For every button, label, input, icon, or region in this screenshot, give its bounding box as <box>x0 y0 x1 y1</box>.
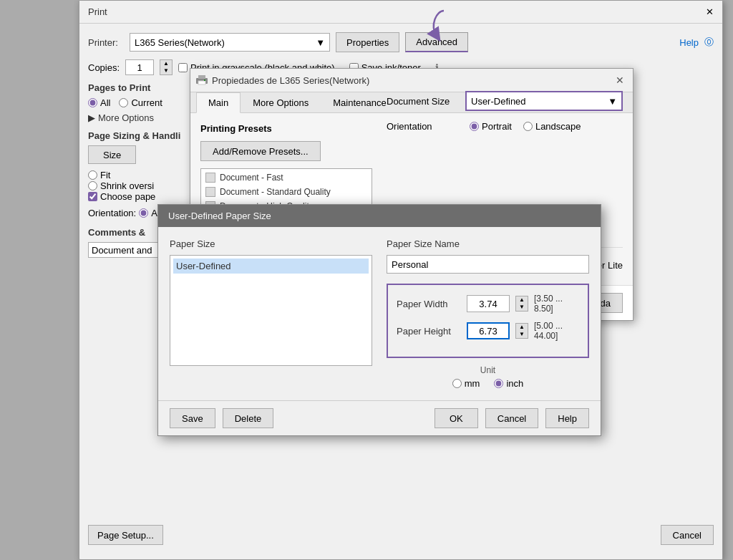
orient-auto-radio[interactable] <box>139 208 148 218</box>
paper-width-range: [3.50 ... 8.50] <box>534 294 579 314</box>
printer-props-titlebar: Propiedades de L365 Series(Network) ✕ <box>190 69 633 92</box>
current-radio-label[interactable]: Current <box>119 97 162 108</box>
print-dialog-close-icon[interactable]: ✕ <box>706 6 714 17</box>
width-up-button[interactable]: ▲ <box>516 296 528 304</box>
paper-size-dialog: User-Defined Paper Size Paper Size User-… <box>157 204 601 436</box>
copies-input[interactable] <box>125 59 154 75</box>
paper-size-titlebar: User-Defined Paper Size <box>158 205 601 227</box>
page-setup-button[interactable]: Page Setup... <box>88 525 163 545</box>
width-down-button[interactable]: ▼ <box>516 304 528 311</box>
all-radio-label[interactable]: All <box>88 97 110 108</box>
current-radio[interactable] <box>119 98 128 107</box>
copies-up[interactable]: ▲ <box>160 60 172 67</box>
choose-checkbox[interactable] <box>88 192 97 201</box>
tab-more-options[interactable]: More Options <box>241 92 321 113</box>
document-size-select[interactable]: User-Defined ▼ <box>465 91 623 111</box>
fit-radio[interactable] <box>88 170 97 180</box>
help-link[interactable]: Help <box>679 37 699 48</box>
paper-size-right-panel: Paper Size Name Paper Width ▲ ▼ [3.50 ..… <box>387 238 589 389</box>
copies-label: Copies: <box>88 62 120 73</box>
paper-size-title: User-Defined Paper Size <box>168 211 271 221</box>
portrait-radio[interactable] <box>470 122 479 131</box>
tab-main[interactable]: Main <box>196 92 241 113</box>
print-dialog-titlebar: Print ✕ <box>79 1 722 24</box>
paper-size-body: Paper Size User-Defined Paper Size Name … <box>158 227 601 400</box>
preset-icon-fast <box>205 173 215 183</box>
portrait-label: Portrait <box>482 121 512 132</box>
portrait-radio-label[interactable]: Portrait <box>470 121 512 132</box>
current-label: Current <box>131 97 162 108</box>
paper-width-spinner[interactable]: ▲ ▼ <box>515 296 528 312</box>
copies-down[interactable]: ▼ <box>160 67 172 74</box>
inch-radio-label[interactable]: inch <box>494 378 523 389</box>
all-label: All <box>100 97 110 108</box>
paper-height-range: [5.00 ... 44.00] <box>534 321 579 341</box>
printer-props-title: Propiedades de L365 Series(Network) <box>212 75 369 86</box>
paper-height-spinner[interactable]: ▲ ▼ <box>515 323 528 339</box>
unit-row: mm inch <box>387 378 589 389</box>
ok-button[interactable]: OK <box>435 408 478 428</box>
svg-rect-2 <box>198 81 205 85</box>
dimensions-box: Paper Width ▲ ▼ [3.50 ... 8.50] Paper He… <box>387 284 589 358</box>
paper-height-label: Paper Height <box>397 326 461 337</box>
delete-button[interactable]: Delete <box>223 408 274 428</box>
preset-item-standard[interactable]: Document - Standard Quality <box>203 185 370 199</box>
unit-section: Unit mm inch <box>387 365 589 389</box>
printer-row: Printer: L365 Series(Network) ▼ Properti… <box>88 32 714 52</box>
tab-maintenance[interactable]: Maintenance <box>321 92 398 113</box>
paper-width-row: Paper Width ▲ ▼ [3.50 ... 8.50] <box>397 294 579 314</box>
cancel-button[interactable]: Cancel <box>485 408 538 428</box>
height-up-button[interactable]: ▲ <box>516 324 528 331</box>
height-down-button[interactable]: ▼ <box>516 331 528 338</box>
doc-size-row: Document Size User-Defined ▼ <box>387 91 623 111</box>
paper-size-name-input[interactable] <box>387 255 589 274</box>
printer-props-close-button[interactable]: ✕ <box>613 73 627 87</box>
paper-width-input[interactable] <box>467 295 510 312</box>
paper-size-section-label: Paper Size <box>170 238 372 249</box>
paper-height-row: Paper Height ▲ ▼ [5.00 ... 44.00] <box>397 321 579 341</box>
mm-label: mm <box>465 378 480 389</box>
paper-size-name-section-label: Paper Size Name <box>387 238 589 249</box>
orientation-label: Orientation: <box>88 208 136 218</box>
paper-height-input[interactable] <box>467 322 510 339</box>
paper-width-label: Paper Width <box>397 299 461 309</box>
more-options-label: More Options <box>98 112 154 123</box>
svg-point-3 <box>204 79 205 81</box>
help-button[interactable]: Help <box>545 408 589 428</box>
svg-rect-1 <box>198 75 205 79</box>
print-dialog-title: Print <box>88 6 107 17</box>
shrink-radio[interactable] <box>88 181 97 190</box>
mm-radio[interactable] <box>452 379 462 388</box>
all-radio[interactable] <box>88 98 97 107</box>
landscape-label: Landscape <box>535 121 581 132</box>
properties-button[interactable]: Properties <box>336 32 399 52</box>
presets-right-panel: Document Size User-Defined ▼ Orientation… <box>387 91 623 132</box>
save-button[interactable]: Save <box>170 408 215 428</box>
add-remove-presets-button[interactable]: Add/Remove Presets... <box>200 141 321 161</box>
orientation-section: Orientation Portrait Landscape <box>387 121 623 132</box>
paper-size-footer: Save Delete OK Cancel Help <box>158 400 601 435</box>
landscape-radio-label[interactable]: Landscape <box>523 121 581 132</box>
inch-label: inch <box>506 378 523 389</box>
preset-icon-standard <box>205 187 215 197</box>
paper-size-item-user-defined[interactable]: User-Defined <box>173 259 369 274</box>
unit-label: Unit <box>387 365 589 375</box>
document-size-value: User-Defined <box>471 96 526 107</box>
grayscale-checkbox[interactable] <box>178 63 188 72</box>
printer-label: Printer: <box>88 37 124 48</box>
arrow-annotation <box>422 4 465 49</box>
cancel-main-button[interactable]: Cancel <box>661 525 714 545</box>
preset-item-fast[interactable]: Document - Fast <box>203 170 370 185</box>
paper-size-left-panel: Paper Size User-Defined <box>170 238 372 389</box>
inch-radio[interactable] <box>494 379 503 388</box>
orientation-label: Orientation <box>387 121 458 132</box>
help-icon: ⓪ <box>704 36 714 49</box>
landscape-radio[interactable] <box>523 122 533 131</box>
mm-radio-label[interactable]: mm <box>452 378 480 389</box>
size-button[interactable]: Size <box>88 145 136 164</box>
printer-icon <box>196 75 208 85</box>
paper-size-list[interactable]: User-Defined <box>170 255 372 366</box>
copies-spinner[interactable]: ▲ ▼ <box>160 59 173 75</box>
printer-select[interactable]: L365 Series(Network) ▼ <box>130 33 330 52</box>
